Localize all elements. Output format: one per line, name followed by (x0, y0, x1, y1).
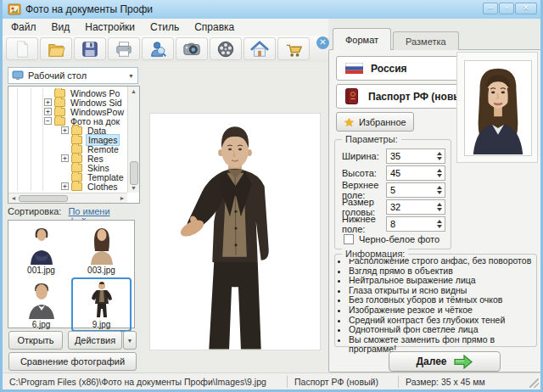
next-label: Далее (416, 356, 446, 367)
spin-down-icon[interactable] (437, 208, 442, 211)
tree-item[interactable]: Windows Sid (8, 98, 127, 107)
main-photo[interactable] (149, 113, 321, 350)
width-label: Ширина: (342, 151, 386, 161)
tree-item[interactable]: Clothes (8, 182, 127, 191)
tree-item[interactable]: Res (8, 154, 127, 163)
open-button[interactable]: Открыть (8, 331, 63, 350)
status-file-path: C:\Program Files (x86)\Фото на документы… (3, 377, 287, 387)
close-button[interactable]: ✕ (515, 3, 537, 14)
menu-bar: Файл Вид Настройки Стиль Справка (3, 19, 328, 36)
tab-layout[interactable]: Разметка (393, 31, 459, 50)
scroll-right-icon[interactable]: ► (119, 195, 126, 201)
tree-item[interactable]: Remote (8, 144, 127, 154)
photo-thumbnail (25, 226, 59, 265)
thumbnail-001[interactable]: 001.jpg (11, 223, 71, 277)
actions-button[interactable]: Действия (68, 331, 122, 350)
expander-icon[interactable] (61, 126, 69, 134)
scroll-down-icon[interactable]: ▼ (128, 185, 139, 191)
title-bar: Фото на документы Профи – ▫ ✕ (3, 0, 540, 19)
expander-icon[interactable] (61, 154, 69, 162)
thumbnail-list: 001.jpg 003.jpg 6.jpg 9.jpg (8, 220, 135, 328)
height-spinner (386, 165, 445, 181)
spin-down-icon[interactable] (437, 225, 442, 228)
expander-icon[interactable] (61, 182, 69, 190)
video-frames-button[interactable] (210, 37, 242, 60)
open-folder-button[interactable] (40, 37, 72, 60)
spin-up-icon[interactable] (437, 203, 442, 206)
tree-horizontal-scrollbar[interactable]: ◄ ► (8, 193, 127, 203)
height-label: Высота: (342, 168, 386, 178)
menu-file[interactable]: Файл (11, 21, 36, 33)
menu-help[interactable]: Справка (194, 21, 234, 33)
woman-portrait-photo (465, 61, 531, 155)
maximize-button[interactable]: ▫ (499, 3, 514, 14)
bw-photo-label: Черно-белое фото (359, 234, 439, 244)
spin-up-icon[interactable] (437, 169, 442, 172)
info-item: Изображение резкое и чёткое (349, 305, 533, 316)
menu-style[interactable]: Стиль (150, 21, 179, 33)
minimize-button[interactable]: – (483, 3, 498, 14)
head-size-spinner (386, 199, 445, 215)
menu-settings[interactable]: Настройки (85, 21, 135, 33)
bw-photo-checkbox[interactable] (344, 234, 354, 244)
resize-grip[interactable] (529, 378, 539, 388)
home-button[interactable] (244, 37, 276, 60)
height-input[interactable] (387, 166, 433, 180)
spin-down-icon[interactable] (437, 191, 442, 194)
actions-dropdown-button[interactable]: ▼ (123, 331, 137, 350)
favorites-button[interactable]: ★ Избранное (336, 112, 414, 132)
spin-up-icon[interactable] (437, 220, 442, 223)
expander-icon[interactable] (44, 98, 52, 106)
tree-item[interactable]: WindowsPow (8, 107, 127, 116)
spin-up-icon[interactable] (437, 186, 442, 189)
video-frames-icon (216, 40, 235, 59)
favorites-label: Избранное (359, 117, 406, 127)
compare-photos-button[interactable]: Сравнение фотографий (8, 352, 137, 371)
status-bar: C:\Program Files (x86)\Фото на документы… (3, 372, 540, 389)
tree-item[interactable]: Template (8, 172, 127, 182)
thumbnail-6[interactable]: 6.jpg (11, 277, 71, 332)
thumbnail-003[interactable]: 003.jpg (71, 223, 132, 277)
new-document-button[interactable] (6, 37, 38, 60)
thumbnail-9-selected[interactable]: 9.jpg (71, 277, 132, 332)
save-button[interactable] (74, 37, 106, 60)
tree-item[interactable]: Windows Po (8, 88, 127, 98)
photo-search-button[interactable] (142, 37, 174, 60)
tree-item[interactable]: Skins (8, 163, 127, 172)
tree-vertical-scrollbar[interactable]: ▲ ▼ (127, 87, 139, 193)
thumbnail-name: 6.jpg (32, 320, 51, 329)
folder-tree: Windows Po Windows Sid WindowsPow Фото н… (8, 86, 140, 204)
camera-button[interactable] (176, 37, 208, 60)
parameters-group: Параметры: Ширина: Высота: Верхнее поле:… (334, 139, 451, 249)
scrollbar-thumb[interactable] (19, 195, 68, 202)
menu-view[interactable]: Вид (52, 21, 70, 33)
next-button[interactable]: Далее (389, 351, 501, 372)
preview-photo (464, 60, 532, 156)
spin-down-icon[interactable] (437, 157, 442, 160)
camera-icon (182, 40, 201, 59)
width-input[interactable] (387, 149, 433, 163)
print-button[interactable] (108, 37, 140, 60)
info-item: Однотонный фон светлее лица (349, 325, 533, 335)
open-folder-icon (47, 40, 65, 59)
spin-up-icon[interactable] (437, 152, 442, 155)
bottom-margin-label: Нижнее поле: (342, 214, 386, 234)
hide-panel-button[interactable]: ✕ (316, 36, 329, 49)
tree-item-images[interactable]: Images (8, 135, 127, 144)
folder-icon (54, 117, 65, 126)
bottom-margin-input[interactable] (387, 217, 433, 231)
head-size-input[interactable] (387, 200, 433, 214)
country-value: Россия (371, 63, 407, 75)
scroll-up-icon[interactable]: ▲ (128, 88, 139, 94)
top-margin-input[interactable] (387, 183, 433, 197)
expander-icon[interactable] (44, 108, 52, 115)
location-dropdown[interactable]: Рабочий стол ▼ (8, 67, 138, 84)
scroll-left-icon[interactable]: ◄ (10, 195, 17, 201)
spin-down-icon[interactable] (437, 174, 442, 177)
scrollbar-thumb[interactable] (130, 161, 138, 185)
expander-icon[interactable] (44, 117, 52, 125)
window-title: Фото на документы Профи (25, 3, 153, 15)
tab-format[interactable]: Формат (333, 28, 391, 50)
tree-item[interactable]: Фото на док (8, 116, 127, 126)
order-prints-button[interactable] (277, 37, 310, 60)
